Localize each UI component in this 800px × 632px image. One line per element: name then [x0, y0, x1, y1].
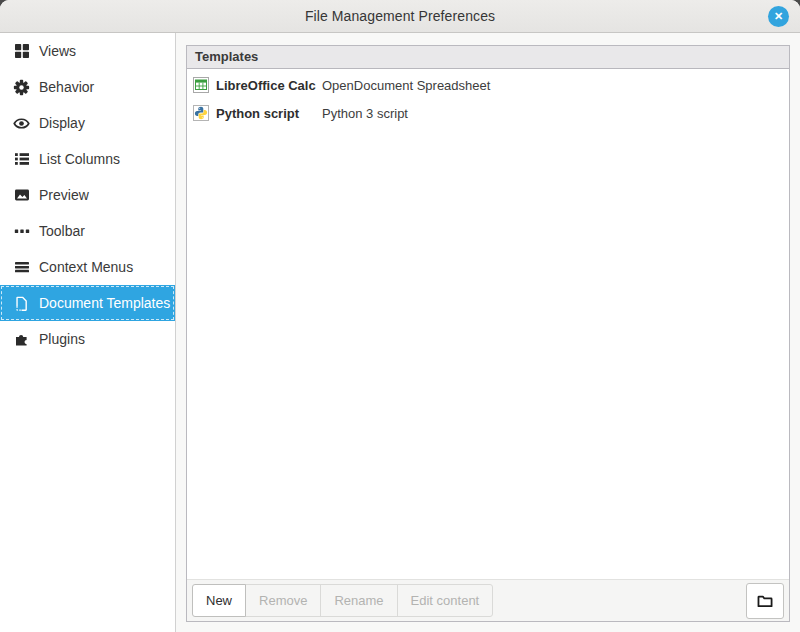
edit-content-button[interactable]: Edit content — [397, 584, 494, 617]
sidebar-item-behavior[interactable]: Behavior — [0, 69, 175, 105]
template-description: Python 3 script — [322, 106, 408, 121]
sidebar-item-label: Document Templates — [39, 295, 170, 311]
list-icon — [13, 151, 30, 168]
puzzle-icon — [13, 331, 30, 348]
eye-icon — [13, 115, 30, 132]
document-icon — [13, 295, 30, 312]
window-title: File Management Preferences — [305, 8, 495, 24]
sidebar-item-label: Toolbar — [39, 223, 85, 239]
libreoffice-calc-icon — [193, 77, 209, 93]
rename-button[interactable]: Rename — [320, 584, 397, 617]
sidebar-item-display[interactable]: Display — [0, 105, 175, 141]
close-icon: ✕ — [774, 10, 783, 23]
template-description: OpenDocument Spreadsheet — [322, 78, 490, 93]
template-row-libreoffice-calc[interactable]: LibreOffice Calc OpenDocument Spreadshee… — [187, 71, 789, 99]
sidebar-item-label: Behavior — [39, 79, 94, 95]
sidebar-item-context-menus[interactable]: Context Menus — [0, 249, 175, 285]
sidebar: Views Behavior — [0, 33, 176, 632]
templates-header: Templates — [187, 46, 789, 69]
sidebar-item-label: Display — [39, 115, 85, 131]
templates-toolbar: New Remove Rename Edit content — [187, 579, 789, 621]
gear-icon — [13, 79, 30, 96]
python-icon — [193, 105, 209, 121]
titlebar: File Management Preferences ✕ — [0, 0, 800, 33]
dots-icon — [13, 223, 30, 240]
templates-panel: Templates LibreOffice Calc Ope — [176, 33, 800, 632]
sidebar-item-document-templates[interactable]: Document Templates — [0, 285, 175, 321]
open-templates-folder-button[interactable] — [746, 583, 784, 619]
image-icon — [13, 187, 30, 204]
close-button[interactable]: ✕ — [768, 6, 789, 27]
dialog-body: Views Behavior — [0, 33, 800, 632]
templates-list: LibreOffice Calc OpenDocument Spreadshee… — [187, 69, 789, 579]
sidebar-item-label: Views — [39, 43, 76, 59]
template-name: LibreOffice Calc — [216, 78, 315, 93]
sidebar-item-views[interactable]: Views — [0, 33, 175, 69]
preferences-dialog: File Management Preferences ✕ Views — [0, 0, 800, 632]
folder-icon — [756, 592, 774, 610]
sidebar-item-label: List Columns — [39, 151, 120, 167]
sidebar-item-plugins[interactable]: Plugins — [0, 321, 175, 357]
sidebar-item-preview[interactable]: Preview — [0, 177, 175, 213]
grid-icon — [13, 43, 30, 60]
sidebar-item-label: Context Menus — [39, 259, 133, 275]
template-actions: New Remove Rename Edit content — [192, 584, 493, 617]
new-button[interactable]: New — [192, 584, 246, 617]
menu-icon — [13, 259, 30, 276]
sidebar-item-label: Plugins — [39, 331, 85, 347]
sidebar-item-toolbar[interactable]: Toolbar — [0, 213, 175, 249]
sidebar-item-list-columns[interactable]: List Columns — [0, 141, 175, 177]
template-name: Python script — [216, 106, 315, 121]
sidebar-item-label: Preview — [39, 187, 89, 203]
remove-button[interactable]: Remove — [245, 584, 321, 617]
templates-box: Templates LibreOffice Calc Ope — [186, 45, 790, 622]
template-row-python-script[interactable]: Python script Python 3 script — [187, 99, 789, 127]
